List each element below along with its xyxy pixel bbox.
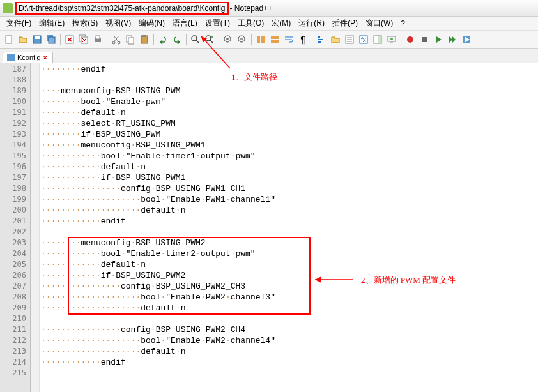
svg-rect-24 [271, 40, 279, 43]
code-line[interactable]: ········select·RT_USING_PWM [40, 118, 538, 129]
line-number: 193 [0, 129, 30, 140]
menu-language[interactable]: 语言(L) [169, 17, 201, 30]
separator [401, 34, 401, 45]
doc-map-icon[interactable] [371, 33, 384, 46]
code-line[interactable] [40, 368, 538, 379]
play-icon[interactable] [432, 33, 445, 46]
cut-icon[interactable] [110, 33, 123, 46]
line-number: 210 [0, 313, 30, 324]
show-all-icon[interactable]: ¶ [296, 33, 309, 46]
svg-rect-9 [96, 36, 100, 39]
open-file-icon[interactable] [17, 33, 29, 46]
menu-help[interactable]: ? [397, 18, 409, 29]
code-line[interactable]: ············if·BSP_USING_PWM1 [40, 172, 538, 183]
code-line[interactable]: ············if·BSP_USING_PWM2 [40, 270, 538, 281]
menu-file[interactable]: 文件(F) [3, 17, 35, 30]
separator [153, 34, 154, 45]
code-line[interactable]: ····················default·n [40, 303, 538, 313]
code-line[interactable]: ············bool·"Enable·timer2·output·p… [40, 248, 538, 259]
menu-run[interactable]: 运行(R) [295, 17, 328, 30]
close-icon[interactable] [63, 33, 76, 46]
record-icon[interactable] [404, 33, 417, 46]
sync-v-icon[interactable] [254, 33, 267, 46]
paste-icon[interactable] [138, 33, 151, 46]
separator [251, 34, 252, 45]
line-number: 200 [0, 205, 30, 216]
save-icon[interactable] [31, 33, 43, 46]
code-line[interactable]: ····menuconfig·BSP_USING_PWM [40, 86, 538, 96]
code-line[interactable]: ············default·n [40, 259, 538, 270]
line-number: 189 [0, 86, 30, 96]
tab-kconfig[interactable]: Kconfig × [3, 52, 53, 63]
svg-rect-2 [35, 36, 40, 39]
code-line[interactable]: ····················default·n [40, 346, 538, 357]
replace-icon[interactable] [203, 33, 216, 46]
code-line[interactable] [40, 227, 538, 237]
code-line[interactable]: ········menuconfig·BSP_USING_PWM2 [40, 237, 538, 248]
copy-icon[interactable] [124, 33, 137, 46]
code-line[interactable]: ········menuconfig·BSP_USING_PWM1 [40, 140, 538, 151]
code-line[interactable]: ········if·BSP_USING_PWM [40, 129, 538, 140]
doc-list-icon[interactable] [343, 33, 356, 46]
menu-plugins[interactable]: 插件(P) [328, 17, 362, 30]
code-line[interactable]: ····················default·n [40, 205, 538, 216]
code-line[interactable]: ················config·BSP_USING_PWM2_CH… [40, 324, 538, 335]
stop-icon[interactable] [418, 33, 431, 46]
code-line[interactable]: ········default·n [40, 107, 538, 118]
menu-encoding[interactable]: 编码(N) [135, 17, 169, 30]
code-line[interactable]: ····················bool·"Enable·PWM2·ch… [40, 292, 538, 303]
menu-window[interactable]: 窗口(W) [362, 17, 397, 30]
line-number: 202 [0, 227, 30, 237]
save-macro-icon[interactable] [460, 33, 473, 46]
svg-point-32 [407, 36, 413, 43]
code-line[interactable] [40, 313, 538, 324]
sync-h-icon[interactable] [268, 33, 281, 46]
svg-point-17 [206, 36, 211, 41]
zoom-out-icon[interactable] [236, 33, 249, 46]
menu-settings[interactable]: 设置(T) [201, 17, 234, 30]
find-icon[interactable] [189, 33, 202, 46]
menu-edit[interactable]: 编辑(E) [35, 17, 68, 30]
code-line[interactable]: ················config·BSP_USING_PWM2_CH… [40, 281, 538, 292]
app-icon [3, 3, 13, 13]
code-line[interactable]: ············bool·"Enable·timer1·output·p… [40, 151, 538, 162]
code-line[interactable]: ············default·n [40, 162, 538, 172]
code-line[interactable] [40, 75, 538, 86]
menu-search[interactable]: 搜索(S) [68, 17, 102, 30]
line-number: 205 [0, 259, 30, 270]
code-line[interactable]: ············endif [40, 216, 538, 227]
print-icon[interactable] [91, 33, 104, 46]
monitor-icon[interactable] [385, 33, 398, 46]
fold-column [31, 63, 40, 392]
menu-view[interactable]: 视图(V) [102, 17, 135, 30]
code-area[interactable]: ········endif····menuconfig·BSP_USING_PW… [40, 63, 538, 392]
indent-guide-icon[interactable] [315, 33, 328, 46]
undo-icon[interactable] [157, 33, 169, 46]
save-all-icon[interactable] [45, 33, 58, 46]
code-line[interactable]: ········bool·"Enable·pwm" [40, 96, 538, 107]
menu-macro[interactable]: 宏(M) [268, 17, 295, 30]
redo-icon[interactable] [171, 33, 183, 46]
line-number: 214 [0, 357, 30, 368]
line-number: 201 [0, 216, 30, 227]
function-list-icon[interactable]: fx [357, 33, 370, 46]
code-line[interactable]: ············endif [40, 357, 538, 368]
line-number: 213 [0, 346, 30, 357]
separator [107, 34, 107, 45]
folder-icon[interactable] [329, 33, 342, 46]
line-number: 199 [0, 194, 30, 205]
fast-play-icon[interactable] [446, 33, 459, 46]
new-file-icon[interactable] [3, 33, 15, 46]
code-line[interactable]: ····················bool·"Enable·PWM2·ch… [40, 335, 538, 346]
close-all-icon[interactable] [77, 33, 90, 46]
menu-tools[interactable]: 工具(O) [234, 17, 268, 30]
file-type-icon [7, 54, 15, 61]
zoom-in-icon[interactable] [222, 33, 234, 46]
line-number: 192 [0, 118, 30, 129]
separator [186, 34, 187, 45]
code-line[interactable]: ····················bool·"Enable·PWM1·ch… [40, 194, 538, 205]
wrap-icon[interactable] [282, 33, 295, 46]
code-line[interactable]: ················config·BSP_USING_PWM1_CH… [40, 183, 538, 194]
code-line[interactable]: ········endif [40, 64, 538, 75]
close-tab-icon[interactable]: × [43, 54, 47, 61]
